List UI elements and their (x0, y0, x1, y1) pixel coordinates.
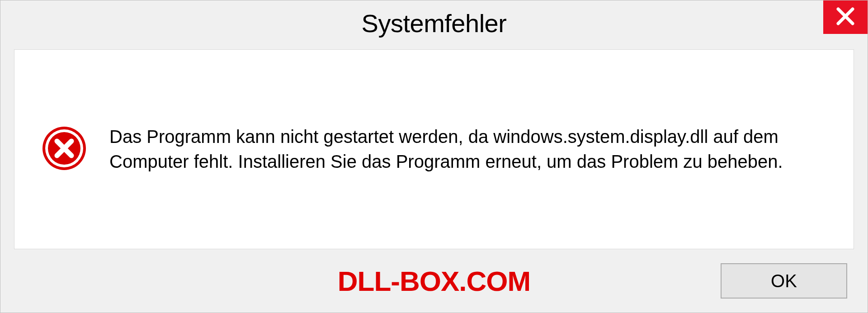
content-area: Das Programm kann nicht gestartet werden… (14, 49, 854, 249)
titlebar: Systemfehler (0, 0, 868, 46)
error-message: Das Programm kann nicht gestartet werden… (109, 124, 826, 174)
ok-button[interactable]: OK (721, 263, 847, 299)
dialog-title: Systemfehler (362, 9, 507, 38)
watermark-text: DLL-BOX.COM (338, 265, 530, 297)
error-icon (42, 126, 87, 173)
ok-button-label: OK (771, 271, 797, 291)
dialog-footer: DLL-BOX.COM OK (0, 249, 868, 313)
close-button[interactable] (823, 0, 868, 34)
error-dialog: Systemfehler Das Programm kann nicht ges… (0, 0, 868, 313)
close-icon (835, 6, 855, 28)
